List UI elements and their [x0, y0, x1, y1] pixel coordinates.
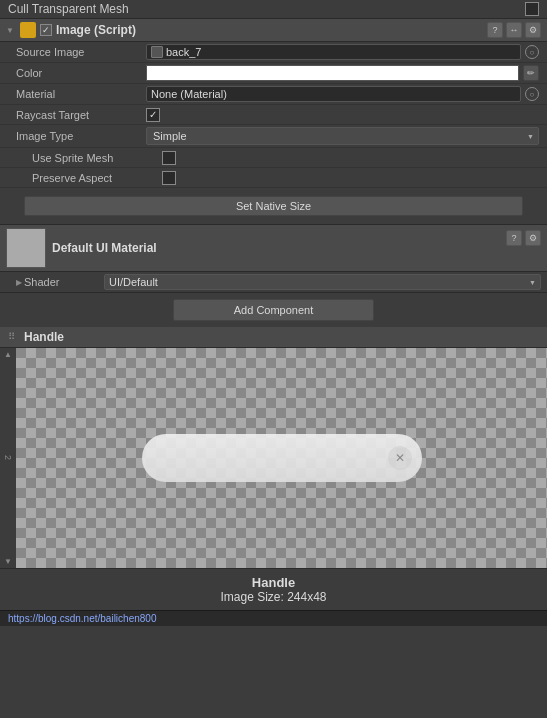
image-type-label: Image Type [16, 130, 146, 142]
material-header: Default UI Material ? ⚙ [0, 225, 547, 272]
material-reset-btn[interactable]: ○ [525, 87, 539, 101]
source-image-field[interactable]: back_7 [146, 44, 521, 60]
image-script-component-header: ▼ ✓ Image (Script) ? ↔ ⚙ [0, 19, 547, 42]
source-image-label: Source Image [16, 46, 146, 58]
color-row: Color ✏ [0, 63, 547, 84]
source-image-reset-btn[interactable]: ○ [525, 45, 539, 59]
use-sprite-mesh-checkbox[interactable] [162, 151, 176, 165]
shader-dropdown[interactable]: UI/Default [104, 274, 541, 290]
shader-row: ▶ Shader UI/Default [0, 272, 547, 292]
scroll-arrows-left[interactable]: ▲ 2 ▼ [0, 348, 16, 568]
image-type-dropdown[interactable]: Simple [146, 127, 539, 145]
source-image-value: back_7 [166, 46, 201, 58]
material-help-btn[interactable]: ? [506, 230, 522, 246]
material-preview [6, 228, 46, 268]
preserve-aspect-checkbox[interactable] [162, 171, 176, 185]
bottom-image-size: Image Size: 244x48 [6, 590, 541, 604]
source-image-row: Source Image back_7 ○ [0, 42, 547, 63]
handle-section-header: ⠿ Handle [0, 327, 547, 348]
component-enabled-checkbox[interactable]: ✓ [40, 24, 52, 36]
component-fold-arrow[interactable]: ▼ [6, 26, 14, 35]
url-bar: https://blog.csdn.net/bailichen800 [0, 610, 547, 626]
component-icon [20, 22, 36, 38]
shader-label: Shader [24, 276, 104, 288]
preserve-aspect-label: Preserve Aspect [32, 172, 162, 184]
material-info: Default UI Material [52, 241, 500, 255]
cull-transparent-mesh-label: Cull Transparent Mesh [8, 2, 525, 16]
scroll-down-arrow[interactable]: ▼ [4, 557, 12, 566]
canvas-area[interactable]: ▲ 2 ▼ ✕ [0, 348, 547, 568]
use-sprite-mesh-label: Use Sprite Mesh [32, 152, 162, 164]
default-material-section: Default UI Material ? ⚙ ▶ Shader UI/Defa… [0, 224, 547, 292]
canvas-number: 2 [3, 455, 13, 460]
handle-drag-icon[interactable]: ⠿ [8, 331, 20, 343]
use-sprite-mesh-row: Use Sprite Mesh [0, 148, 547, 168]
handle-title: Handle [24, 330, 64, 344]
set-native-size-button[interactable]: Set Native Size [24, 196, 523, 216]
image-type-row: Image Type Simple [0, 125, 547, 148]
checkerboard-canvas: ✕ [16, 348, 547, 568]
material-row: Material None (Material) ○ [0, 84, 547, 105]
component-expand-btn[interactable]: ↔ [506, 22, 522, 38]
add-component-row: Add Component [0, 292, 547, 327]
bottom-info-panel: Handle Image Size: 244x48 [0, 568, 547, 610]
bottom-handle-name: Handle [6, 575, 541, 590]
color-field[interactable] [146, 65, 519, 81]
source-image-thumbnail [151, 46, 163, 58]
raycast-target-label: Raycast Target [16, 109, 146, 121]
shader-value: UI/Default [109, 276, 158, 288]
color-label: Color [16, 67, 146, 79]
shader-fold-arrow[interactable]: ▶ [16, 278, 22, 287]
cull-transparent-mesh-checkbox[interactable] [525, 2, 539, 16]
scroll-up-arrow[interactable]: ▲ [4, 350, 12, 359]
color-edit-btn[interactable]: ✏ [523, 65, 539, 81]
image-type-value: Simple [153, 130, 532, 142]
handle-ui-element: ✕ [142, 434, 422, 482]
material-settings-btn[interactable]: ⚙ [525, 230, 541, 246]
material-label: Material [16, 88, 146, 100]
raycast-target-row: Raycast Target [0, 105, 547, 125]
component-title: Image (Script) [56, 23, 136, 37]
raycast-target-checkbox[interactable] [146, 108, 160, 122]
component-help-btn[interactable]: ? [487, 22, 503, 38]
component-settings-btn[interactable]: ⚙ [525, 22, 541, 38]
material-value: None (Material) [151, 88, 227, 100]
url-text: https://blog.csdn.net/bailichen800 [8, 613, 156, 624]
material-name: Default UI Material [52, 241, 500, 255]
cull-transparent-mesh-row: Cull Transparent Mesh [0, 0, 547, 19]
add-component-button[interactable]: Add Component [173, 299, 375, 321]
preserve-aspect-row: Preserve Aspect [0, 168, 547, 188]
material-field[interactable]: None (Material) [146, 86, 521, 102]
close-circle-icon: ✕ [388, 446, 412, 470]
